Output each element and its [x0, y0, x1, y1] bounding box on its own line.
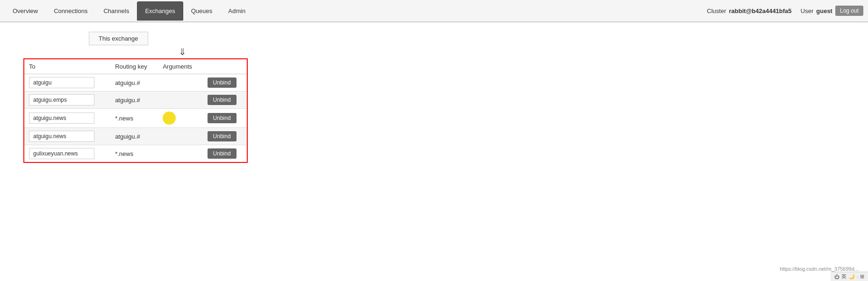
unbind-button-0[interactable]: Unbind	[208, 77, 237, 88]
col-header-2: Arguments	[158, 59, 202, 74]
bindings-table: ToRouting keyArguments atguiguatguigu.#U…	[24, 59, 247, 162]
unbind-button-4[interactable]: Unbind	[208, 148, 237, 159]
col-header-0: To	[24, 59, 110, 74]
status-icon-lang: 英	[841, 273, 846, 280]
queue-name-box-1: atguigu.emps	[29, 94, 94, 105]
nav-items: OverviewConnectionsChannelsExchangesQueu…	[5, 1, 253, 21]
cell-routing-key-0: atguigu.#	[110, 74, 158, 91]
cell-arguments-1	[158, 91, 202, 109]
exchange-label-box: This exchange	[89, 32, 148, 45]
unbind-button-1[interactable]: Unbind	[208, 95, 237, 105]
cell-arguments-2	[158, 109, 202, 128]
user-name: guest	[816, 7, 832, 14]
nav-right: Cluster rabbit@b42a4441bfa5 User guest L…	[707, 6, 863, 16]
navbar: OverviewConnectionsChannelsExchangesQueu…	[0, 0, 868, 22]
status-icon-power: ⏻	[834, 274, 839, 280]
cell-routing-key-4: *.news	[110, 145, 158, 162]
status-icon-grid: ⊞	[860, 274, 864, 280]
nav-item-connections[interactable]: Connections	[46, 1, 95, 21]
cell-routing-key-2: *.news	[110, 109, 158, 128]
cell-unbind-4: Unbind	[203, 145, 247, 162]
cell-to-2: atguigu.news	[24, 109, 110, 128]
unbind-button-3[interactable]: Unbind	[208, 131, 237, 141]
table-row: atguigu.news*.newsUnbind	[24, 109, 247, 128]
nav-item-overview[interactable]: Overview	[5, 1, 46, 21]
status-icon-dot: ·	[857, 274, 858, 280]
cell-to-1: atguigu.emps	[24, 91, 110, 109]
status-bar: ⏻ 英 🌙 · ⊞	[831, 272, 868, 281]
user-label: User	[801, 7, 813, 14]
logout-button[interactable]: Log out	[835, 6, 863, 16]
cell-arguments-4	[158, 145, 202, 162]
table-row: atguigu.newsatguigu.#Unbind	[24, 128, 247, 145]
cell-routing-key-1: atguigu.#	[110, 91, 158, 109]
cell-routing-key-3: atguigu.#	[110, 128, 158, 145]
queue-name-box-0: atguigu	[29, 77, 94, 88]
table-row: atguigu.empsatguigu.#Unbind	[24, 91, 247, 109]
table-header-row: ToRouting keyArguments	[24, 59, 247, 74]
cell-to-3: atguigu.news	[24, 128, 110, 145]
nav-item-admin[interactable]: Admin	[220, 1, 253, 21]
cursor-indicator	[163, 112, 176, 125]
cell-arguments-0	[158, 74, 202, 91]
queue-name-box-4: gulixueyuan.news	[29, 148, 94, 159]
cell-arguments-3	[158, 128, 202, 145]
col-header-1: Routing key	[110, 59, 158, 74]
cluster-label: Cluster	[707, 7, 726, 14]
table-row: atguiguatguigu.#Unbind	[24, 74, 247, 91]
arrow-down-icon: ⇓	[164, 47, 201, 56]
queue-name-box-2: atguigu.news	[29, 112, 94, 124]
bindings-container: ToRouting keyArguments atguiguatguigu.#U…	[23, 58, 248, 163]
cell-unbind-0: Unbind	[203, 74, 247, 91]
col-header-3	[203, 59, 247, 74]
cell-unbind-1: Unbind	[203, 91, 247, 109]
cell-unbind-3: Unbind	[203, 128, 247, 145]
nav-item-queues[interactable]: Queues	[183, 1, 221, 21]
cell-unbind-2: Unbind	[203, 109, 247, 128]
footer-link: https://blog.csdn.net/m_375699d...	[780, 266, 859, 272]
status-icon-moon: 🌙	[848, 274, 855, 280]
unbind-button-2[interactable]: Unbind	[208, 113, 237, 123]
nav-item-exchanges[interactable]: Exchanges	[137, 1, 183, 21]
nav-item-channels[interactable]: Channels	[95, 1, 137, 21]
main-content: This exchange ⇓ ToRouting keyArguments a…	[0, 22, 868, 174]
queue-name-box-3: atguigu.news	[29, 131, 94, 142]
table-row: gulixueyuan.news*.newsUnbind	[24, 145, 247, 162]
cell-to-0: atguigu	[24, 74, 110, 91]
cluster-name: rabbit@b42a4441bfa5	[729, 7, 792, 14]
cell-to-4: gulixueyuan.news	[24, 145, 110, 162]
